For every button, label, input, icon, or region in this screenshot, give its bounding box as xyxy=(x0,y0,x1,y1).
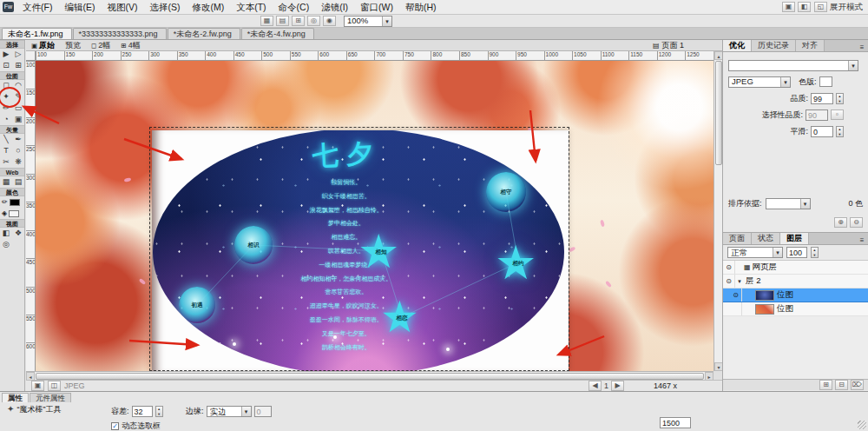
selective-quality-input[interactable]: 90 xyxy=(806,109,828,121)
previous-page-icon[interactable]: ◀ xyxy=(589,381,602,391)
grid-icon[interactable]: ⊞ xyxy=(292,16,305,26)
tool-pointer[interactable]: ▶ xyxy=(0,49,12,60)
stroke-color-well[interactable] xyxy=(10,199,20,206)
edge-amount-input[interactable]: 0 xyxy=(254,406,272,417)
layer-row[interactable]: ⊙ ▦ 网页层 xyxy=(723,261,868,275)
extended-mode-icon[interactable]: ▣ xyxy=(782,2,795,12)
height-input[interactable]: 1500 xyxy=(660,417,691,428)
expander-icon[interactable]: ▼ xyxy=(735,279,744,284)
tool-pen[interactable]: ✒ xyxy=(12,134,24,145)
tool[interactable]: 位图 xyxy=(0,71,24,80)
panel-tab[interactable]: 历史记录 xyxy=(752,40,796,51)
tool-text[interactable]: T xyxy=(0,145,12,156)
tool-blur[interactable]: ◔ xyxy=(0,114,12,125)
smoothing-stepper[interactable]: ▴▾ xyxy=(836,126,844,137)
pages-panel-icon[interactable]: ▦ xyxy=(260,16,273,26)
tool-subselection[interactable]: ▷ xyxy=(12,49,24,60)
document-tab[interactable]: *33333333333333.png xyxy=(73,28,167,39)
horizontal-scroll-thumb[interactable] xyxy=(36,373,704,380)
panel-tab[interactable]: 状态 xyxy=(752,233,780,244)
delete-swatch-icon[interactable]: ⊖ xyxy=(850,217,863,228)
panel-menu-icon[interactable]: ≡ xyxy=(856,236,868,244)
scroll-left-arrow[interactable]: ◂ xyxy=(26,372,35,381)
tool-pencil[interactable]: ✏ xyxy=(0,103,12,114)
zoom-in-icon[interactable]: ◉ xyxy=(323,16,336,26)
resize-grip[interactable] xyxy=(858,421,866,429)
menu-item[interactable]: 选择(S) xyxy=(143,0,186,14)
quality-input[interactable]: 99 xyxy=(811,93,833,104)
layer-row[interactable]: ⊙ 位图 xyxy=(723,302,868,316)
menu-item[interactable]: 滤镜(I) xyxy=(315,0,354,14)
menu-item[interactable]: 命令(C) xyxy=(273,0,316,14)
tool-shape[interactable]: ○ xyxy=(12,145,24,156)
view-mode-tab[interactable]: ▣原始 xyxy=(26,40,60,50)
export-preview-icon[interactable]: ◫ xyxy=(48,381,61,391)
layer-row[interactable]: ⊙ ▼ 层 2 xyxy=(723,275,868,288)
panel-tab[interactable]: 优化 xyxy=(723,40,752,51)
sort-by-select[interactable]: ▾ xyxy=(766,198,811,209)
menu-item[interactable]: 视图(V) xyxy=(101,0,143,14)
tool-lasso[interactable]: ◠ xyxy=(12,80,24,91)
tool-marquee[interactable]: ◻ xyxy=(0,80,12,91)
screen-mode-icon[interactable]: ◧ xyxy=(798,2,811,12)
panel-tab[interactable]: 图层 xyxy=(780,233,809,244)
smoothing-input[interactable]: 0 xyxy=(811,126,833,137)
visibility-toggle[interactable]: ⊙ xyxy=(730,288,742,302)
tool-crop[interactable]: ⊞ xyxy=(12,60,24,71)
live-marquee-checkbox[interactable]: ✓ xyxy=(111,422,119,430)
quality-stepper[interactable]: ▴▾ xyxy=(836,93,844,104)
visibility-toggle[interactable]: ⊙ xyxy=(723,261,735,274)
menu-item[interactable]: 修改(M) xyxy=(186,0,230,14)
properties-tab[interactable]: 属性 xyxy=(2,393,29,402)
tool-eraser[interactable]: ▭ xyxy=(12,103,24,114)
panel-menu-icon[interactable]: ≡ xyxy=(856,43,868,51)
matte-color-chip[interactable] xyxy=(819,76,832,87)
live-marquee-field[interactable]: ✓ 动态选取框 xyxy=(111,421,161,431)
fill-color-row[interactable]: ◈ xyxy=(0,208,24,219)
new-sublayer-icon[interactable]: ⊟ xyxy=(835,380,848,390)
tool-line[interactable]: ╲ xyxy=(0,134,12,145)
scroll-right-arrow[interactable]: ▸ xyxy=(705,372,713,381)
page-indicator[interactable]: ▤ 页面 1 xyxy=(653,40,684,51)
next-page-icon[interactable]: ▶ xyxy=(611,381,624,391)
vertical-scroll-thumb[interactable] xyxy=(715,61,722,165)
visibility-toggle[interactable]: ⊙ xyxy=(723,275,735,288)
tool-standard-screen[interactable]: ◧ xyxy=(0,228,12,239)
view-mode-tab[interactable]: ⊞4幅 xyxy=(115,40,145,50)
menu-item[interactable]: 窗口(W) xyxy=(354,0,399,14)
panel-tab[interactable]: 页面 xyxy=(723,233,752,244)
menu-item[interactable]: 文本(T) xyxy=(230,0,272,14)
canvas[interactable]: 七夕 独留惆怅。织女千缕相思苦。浪花飘絮堕，相思独自怜。梦中相会处。相思难忘。叹… xyxy=(36,61,713,371)
workspace-switcher[interactable]: ◱ 展开模式 xyxy=(814,2,863,13)
panel-tab[interactable]: 对齐 xyxy=(796,40,825,51)
bitmap-object[interactable]: 七夕 独留惆怅。织女千缕相思苦。浪花飘絮堕，相思独自怜。梦中相会处。相思难忘。叹… xyxy=(152,130,569,371)
tolerance-stepper[interactable]: ▴▾ xyxy=(155,406,163,417)
tool-rubber-stamp[interactable]: ▣ xyxy=(12,114,24,125)
zoom-select[interactable]: 100% ▾ xyxy=(344,16,392,27)
preset-select[interactable]: ▾ xyxy=(728,60,858,71)
document-tab[interactable]: *未命名-4.fw.png xyxy=(241,28,314,39)
blend-mode-select[interactable]: 正常 ▾ xyxy=(727,247,783,258)
properties-tab[interactable]: 元件属性 xyxy=(30,393,71,402)
zoom-out-icon[interactable]: ◎ xyxy=(307,16,320,26)
tool-hotspot[interactable]: ▦ xyxy=(0,176,12,188)
visibility-toggle[interactable]: ⊙ xyxy=(730,302,742,315)
view-mode-tab[interactable]: 预览 xyxy=(60,40,86,50)
tool-magic-wand[interactable]: ✦ xyxy=(0,91,12,103)
edge-select[interactable]: 实边 ▾ xyxy=(207,406,252,417)
tool-zoom[interactable]: ◎ xyxy=(0,239,12,250)
opacity-stepper[interactable]: ▴▾ xyxy=(811,247,819,258)
format-select[interactable]: JPEG ▾ xyxy=(728,76,791,88)
layer-row[interactable]: ⊙ 位图 xyxy=(723,288,868,302)
tool-hand[interactable]: ❖ xyxy=(12,228,24,239)
menu-item[interactable]: 编辑(E) xyxy=(58,0,101,14)
layout-icon[interactable]: ▤ xyxy=(276,16,289,26)
fill-color-well[interactable] xyxy=(9,210,19,217)
opacity-input[interactable]: 100 xyxy=(786,247,807,258)
tool[interactable]: 矢量 xyxy=(0,125,24,134)
menu-item[interactable]: 文件(F) xyxy=(16,0,58,14)
view-mode-tab[interactable]: ◻2幅 xyxy=(86,40,115,50)
new-layer-icon[interactable]: ⊞ xyxy=(819,380,832,390)
menu-item[interactable]: 帮助(H) xyxy=(399,0,443,14)
tool-brush[interactable]: ✎ xyxy=(12,91,24,103)
